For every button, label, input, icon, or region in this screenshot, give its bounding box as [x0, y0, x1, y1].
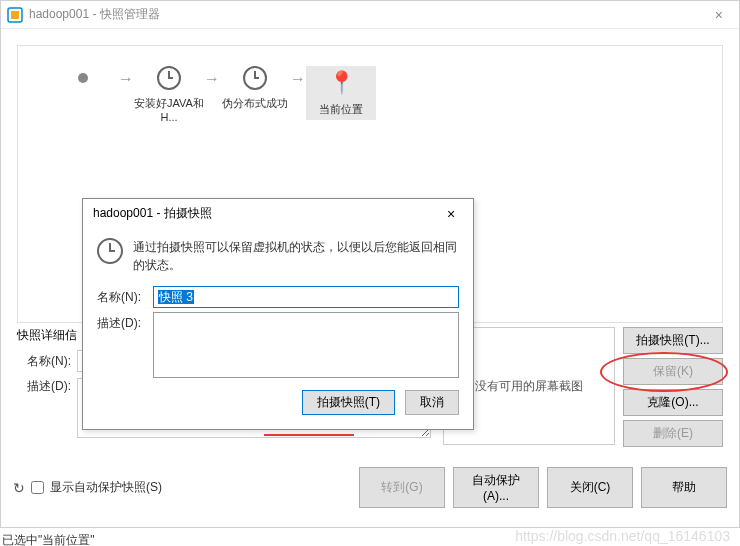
goto-button[interactable]: 转到(G) [359, 467, 445, 508]
current-position-node[interactable]: 📍 当前位置 [306, 66, 376, 120]
svg-rect-1 [11, 11, 19, 19]
clock-icon [97, 238, 123, 264]
snapshot-node[interactable]: 伪分布式成功 [220, 66, 290, 110]
show-autoprotect-checkbox[interactable] [31, 481, 44, 494]
dialog-title: hadoop001 - 拍摄快照 [93, 205, 212, 222]
desc-label: 描述(D): [17, 378, 77, 395]
bottom-bar: ↻ 显示自动保护快照(S) 转到(G) 自动保护(A)... 关闭(C) 帮助 [1, 459, 739, 516]
dialog-desc-label: 描述(D): [97, 312, 153, 378]
name-label: 名称(N): [17, 353, 77, 370]
clone-button[interactable]: 克隆(O)... [623, 389, 723, 416]
autoprotect-button[interactable]: 自动保护(A)... [453, 467, 539, 508]
dialog-name-label: 名称(N): [97, 286, 153, 308]
arrow-icon: → [290, 70, 306, 88]
titlebar: hadoop001 - 快照管理器 × [1, 1, 739, 29]
clock-icon [243, 66, 267, 90]
dialog-name-input[interactable]: 快照 3 [153, 286, 459, 308]
arrow-icon: → [118, 70, 134, 88]
dialog-ok-button[interactable]: 拍摄快照(T) [302, 390, 395, 415]
watermark: https://blog.csdn.net/qq_16146103 [515, 528, 730, 544]
snapshot-node[interactable]: 安装好JAVA和H... [134, 66, 204, 125]
help-button[interactable]: 帮助 [641, 467, 727, 508]
window-title: hadoop001 - 快照管理器 [29, 6, 160, 23]
take-snapshot-button[interactable]: 拍摄快照(T)... [623, 327, 723, 354]
show-autoprotect-label: 显示自动保护快照(S) [50, 479, 162, 496]
dialog-desc-textarea[interactable] [153, 312, 459, 378]
close-button[interactable]: × [705, 3, 733, 27]
dialog-description: 通过拍摄快照可以保留虚拟机的状态，以便以后您能返回相同的状态。 [133, 238, 459, 274]
restore-icon[interactable]: ↻ [13, 480, 25, 496]
pin-icon: 📍 [328, 70, 355, 96]
delete-button[interactable]: 删除(E) [623, 420, 723, 447]
timeline-start [48, 66, 118, 83]
app-icon [7, 7, 23, 23]
close-button[interactable]: 关闭(C) [547, 467, 633, 508]
take-snapshot-dialog: hadoop001 - 拍摄快照 × 通过拍摄快照可以保留虚拟机的状态，以便以后… [82, 198, 474, 430]
arrow-icon: → [204, 70, 220, 88]
dialog-cancel-button[interactable]: 取消 [405, 390, 459, 415]
clock-icon [157, 66, 181, 90]
keep-button[interactable]: 保留(K) [623, 358, 723, 385]
dialog-close-button[interactable]: × [439, 206, 463, 222]
